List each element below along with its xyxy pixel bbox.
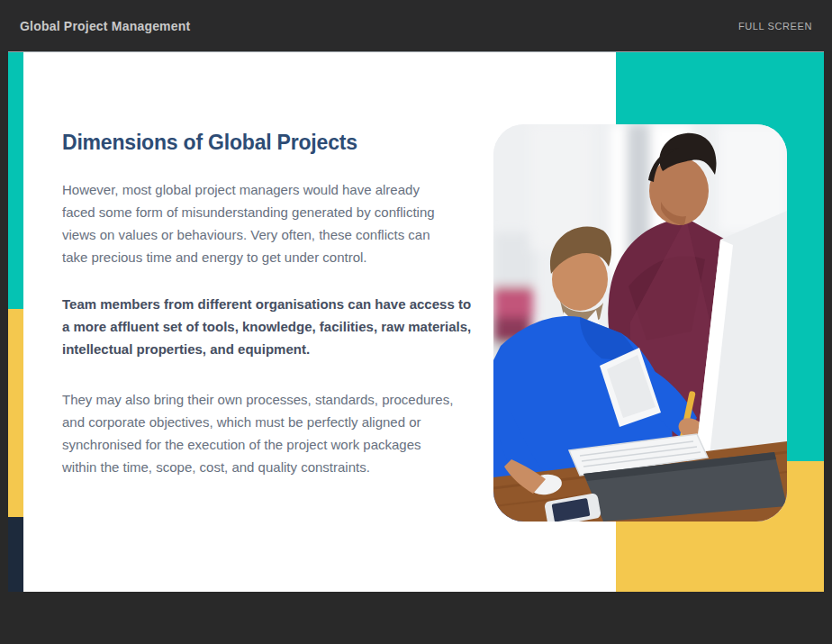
left-teal-accent-bar <box>8 52 23 309</box>
slide-heading: Dimensions of Global Projects <box>62 131 357 155</box>
slide-photo <box>493 124 787 522</box>
office-photo-illustration <box>493 124 787 522</box>
topbar: Global Project Management FULL SCREEN <box>0 0 832 51</box>
course-player-window: Global Project Management FULL SCREEN Di… <box>0 0 832 644</box>
slide-paragraph-1: However, most global project managers wo… <box>62 178 485 268</box>
player-controls-bar <box>0 592 832 644</box>
slide-paragraph-3: They may also bring their own processes,… <box>62 388 485 478</box>
fullscreen-button[interactable]: FULL SCREEN <box>738 17 812 35</box>
slide-stage: Dimensions of Global Projects However, m… <box>8 51 824 592</box>
left-yellow-accent-bar <box>8 309 23 517</box>
left-navy-accent-bar <box>8 517 23 592</box>
slide-paragraph-2: Team members from different organisation… <box>62 293 485 360</box>
course-title: Global Project Management <box>20 19 190 33</box>
